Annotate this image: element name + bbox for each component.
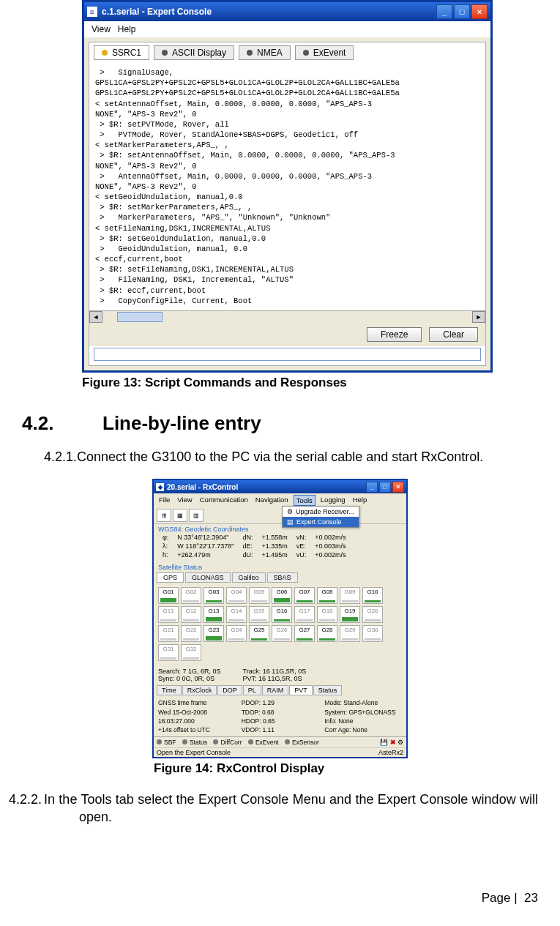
- info-tab-pvt[interactable]: PVT: [289, 685, 313, 695]
- signal-bar-icon: [206, 638, 222, 641]
- scroll-right-icon[interactable]: ►: [472, 311, 485, 323]
- signal-bar-icon: [319, 619, 335, 621]
- status-status: Status: [182, 739, 207, 746]
- sat-grid: G01G02G03G04G05G06G07G08G09G10G11G12G13G…: [154, 584, 406, 666]
- sat-cell[interactable]: G29: [340, 625, 360, 642]
- sat-cell[interactable]: G22: [181, 625, 201, 642]
- signal-bar-icon: [365, 600, 381, 602]
- sat-cell[interactable]: G30: [362, 625, 383, 642]
- menu-view[interactable]: View: [175, 495, 194, 506]
- sat-cell[interactable]: G16: [272, 606, 292, 623]
- sat-tab-glonass[interactable]: GLONASS: [185, 572, 231, 583]
- sat-cell[interactable]: G19: [340, 606, 360, 623]
- save-icon[interactable]: 💾: [380, 739, 388, 746]
- tab-ascii-display[interactable]: ASCII Display: [154, 45, 234, 60]
- coord-row-h: h: +262.479m dU: +1.495m vU: +0.002m/s: [158, 550, 351, 559]
- console-output[interactable]: > SignalUsage, GPSL1CA+GPSL2PY+GPSL2C+GP…: [89, 63, 485, 310]
- sat-cell[interactable]: G18: [317, 606, 337, 623]
- menu-communication[interactable]: Communication: [198, 495, 250, 506]
- menu-help[interactable]: Help: [118, 24, 136, 34]
- maximize-button[interactable]: □: [454, 4, 470, 19]
- settings-icon[interactable]: ⚙: [397, 739, 403, 746]
- menu-view[interactable]: View: [92, 24, 111, 34]
- menu-tools[interactable]: Tools: [294, 495, 316, 506]
- signal-bar-icon: [342, 619, 358, 621]
- menu-navigation[interactable]: Navigation: [253, 495, 291, 506]
- info-tab-pl[interactable]: PL: [243, 685, 261, 695]
- maximize-button[interactable]: □: [379, 482, 391, 493]
- sat-cell[interactable]: G02: [181, 587, 201, 604]
- sat-cell[interactable]: G03: [204, 587, 224, 604]
- sat-cell[interactable]: G15: [249, 606, 269, 623]
- sat-cell[interactable]: G05: [249, 587, 269, 604]
- search-line: Search: 7 1G, 6R, 0S: [158, 668, 221, 675]
- menu-help[interactable]: Help: [351, 495, 370, 506]
- alert-icon[interactable]: ✖: [390, 739, 396, 746]
- sat-tab-sbas[interactable]: SBAS: [267, 572, 298, 583]
- sat-cell[interactable]: G01: [158, 587, 179, 604]
- para-text: In the Tools tab select the Expert Conso…: [44, 792, 538, 824]
- signal-bar-icon: [228, 619, 244, 621]
- menu-item-upgrade-receiver[interactable]: ⚙Upgrade Receiver...: [283, 507, 359, 517]
- sat-cell[interactable]: G10: [362, 587, 383, 604]
- toolbar: ⊞ ▦ ▥: [154, 507, 406, 524]
- page-footer: Page | 23: [482, 891, 538, 906]
- sat-cell[interactable]: G32: [181, 644, 201, 661]
- tools-menu-popup: ⚙Upgrade Receiver... ▤Expert Console: [282, 506, 359, 528]
- info-tab-status[interactable]: Status: [313, 685, 343, 695]
- signal-bar-icon: [160, 619, 176, 621]
- sat-cell[interactable]: G04: [226, 587, 247, 604]
- coord-row-lambda: λ: W 118°22'17.7378" dE: +1.335m vE: +0.…: [158, 542, 351, 550]
- figure13-caption: Figure 13: Script Commands and Responses: [22, 376, 538, 390]
- signal-bar-icon: [183, 638, 199, 641]
- tab-exevent[interactable]: ExEvent: [295, 45, 354, 60]
- sat-cell[interactable]: G24: [226, 625, 247, 642]
- info-tab-time[interactable]: Time: [157, 685, 182, 695]
- horizontal-scrollbar[interactable]: ◄ ►: [89, 310, 485, 323]
- toolbar-icon-view[interactable]: ▦: [173, 509, 187, 522]
- menu-file[interactable]: File: [157, 495, 172, 506]
- menu-item-expert-console[interactable]: ▤Expert Console: [283, 517, 359, 527]
- signal-bar-icon: [183, 619, 199, 621]
- sat-cell[interactable]: G08: [317, 587, 337, 604]
- close-button[interactable]: ×: [471, 4, 488, 19]
- sat-cell[interactable]: G31: [158, 644, 179, 661]
- sat-cell[interactable]: G06: [272, 587, 292, 604]
- sat-cell[interactable]: G07: [294, 587, 315, 604]
- menu-logging[interactable]: Logging: [318, 495, 348, 506]
- sat-cell[interactable]: G12: [181, 606, 201, 623]
- info-tab-dop[interactable]: DOP: [217, 685, 242, 695]
- toolbar-icon-grid[interactable]: ⊞: [157, 509, 171, 522]
- sat-cell[interactable]: G11: [158, 606, 179, 623]
- sat-cell[interactable]: G27: [294, 625, 315, 642]
- sat-cell[interactable]: G25: [249, 625, 269, 642]
- sat-cell[interactable]: G28: [317, 625, 337, 642]
- tab-ssrc1[interactable]: SSRC1: [94, 45, 149, 60]
- clear-button[interactable]: Clear: [429, 327, 478, 342]
- tab-nmea[interactable]: NMEA: [239, 45, 291, 60]
- scroll-left-icon[interactable]: ◄: [89, 311, 102, 323]
- sat-tab-galileo[interactable]: Galileo: [232, 572, 266, 583]
- command-input[interactable]: [94, 348, 481, 361]
- coords-table: φ: N 33°46'12.3904" dN: +1.558m vN: +0.0…: [154, 533, 406, 562]
- scroll-thumb[interactable]: [117, 312, 163, 322]
- info-tab-rxclock[interactable]: RxClock: [182, 685, 217, 695]
- sat-cell[interactable]: G13: [204, 606, 224, 623]
- close-button[interactable]: ×: [392, 482, 404, 493]
- paragraph-4-2-1: 4.2.1.Connect the G3100 to the PC via th…: [22, 448, 538, 466]
- sat-cell[interactable]: G21: [158, 625, 179, 642]
- minimize-button[interactable]: _: [366, 482, 378, 493]
- sat-cell[interactable]: G26: [272, 625, 292, 642]
- open-expert-console-text: Open the Expert Console: [157, 749, 231, 756]
- sat-cell[interactable]: G17: [294, 606, 315, 623]
- freeze-button[interactable]: Freeze: [367, 327, 422, 342]
- minimize-button[interactable]: _: [436, 4, 452, 19]
- info-tab-raim[interactable]: RAIM: [262, 685, 289, 695]
- sat-cell[interactable]: G20: [362, 606, 383, 623]
- sat-cell[interactable]: G23: [204, 625, 224, 642]
- toolbar-icon-file[interactable]: ▥: [189, 509, 204, 522]
- sat-cell[interactable]: G09: [340, 587, 360, 604]
- signal-bar-icon: [365, 619, 381, 621]
- sat-cell[interactable]: G14: [226, 606, 247, 623]
- sat-tab-gps[interactable]: GPS: [157, 572, 184, 583]
